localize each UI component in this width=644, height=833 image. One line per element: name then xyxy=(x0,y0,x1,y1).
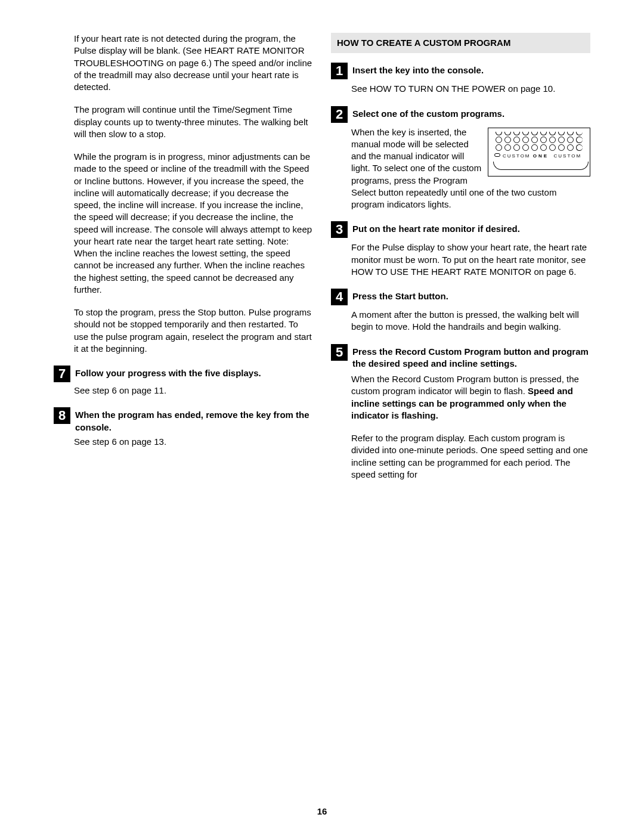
step-number-box: 7 xyxy=(54,366,70,382)
step-number-box: 3 xyxy=(331,221,348,238)
step-2: 2 Select one of the custom programs. xyxy=(331,106,590,123)
console-diagram: CUSTOM ONE CUSTOM xyxy=(488,128,590,176)
step-title: Insert the key into the console. xyxy=(352,63,590,76)
step-number-box: 1 xyxy=(331,63,348,79)
step-title: Follow your progress with the five displ… xyxy=(75,366,313,379)
step-title: Put on the heart rate monitor if desired… xyxy=(352,221,590,235)
step-body-text: When the key is inserted, the manual mod… xyxy=(351,127,481,174)
paragraph: To stop the program, press the Stop butt… xyxy=(74,306,313,355)
right-column: HOW TO CREATE A CUSTOM PROGRAM 1 Insert … xyxy=(331,33,590,491)
step-title: Select one of the custom programs. xyxy=(352,106,590,120)
step-4: 4 Press the Start button. xyxy=(331,289,590,305)
key-icon xyxy=(494,153,500,157)
page-number: 16 xyxy=(0,806,644,817)
step-8: 8 When the program has ended, remove the… xyxy=(54,407,313,433)
step-body: For the Pulse display to show your heart… xyxy=(351,241,590,278)
step-body: A moment after the button is pressed, th… xyxy=(351,309,590,333)
section-header: HOW TO CREATE A CUSTOM PROGRAM xyxy=(331,33,590,53)
step-number-box: 4 xyxy=(331,289,348,305)
step-body-text: programs, press the Program Select butto… xyxy=(351,175,556,210)
step-title: When the program has ended, remove the k… xyxy=(75,407,313,433)
step-body: When the Record Custom Program button is… xyxy=(351,373,590,422)
diagram-labels: CUSTOM ONE CUSTOM xyxy=(492,153,590,160)
step-1: 1 Insert the key into the console. xyxy=(331,63,590,79)
paragraph: While the program is in progress, minor … xyxy=(74,151,313,296)
step-body: Refer to the program display. Each custo… xyxy=(351,432,590,481)
step-body: CUSTOM ONE CUSTOM When the key is insert… xyxy=(351,126,590,211)
step-number-box: 5 xyxy=(331,344,348,361)
paragraph: The program will continue until the Time… xyxy=(74,104,313,140)
label-one: ONE xyxy=(533,153,549,160)
diagram-row xyxy=(492,132,590,135)
step-7: 7 Follow your progress with the five dis… xyxy=(54,366,313,382)
step-body: See step 6 on page 13. xyxy=(74,436,313,448)
page-content: If your heart rate is not detected durin… xyxy=(0,0,644,515)
step-number-box: 8 xyxy=(54,407,70,424)
step-3: 3 Put on the heart rate monitor if desir… xyxy=(331,221,590,238)
label-custom: CUSTOM xyxy=(503,153,531,160)
step-title: Press the Record Custom Program button a… xyxy=(352,344,590,370)
step-title: Press the Start button. xyxy=(352,289,590,302)
step-body: See HOW TO TURN ON THE POWER on page 10. xyxy=(351,83,590,95)
step-body: See step 6 on page 11. xyxy=(74,385,313,397)
label-custom2: CUSTOM xyxy=(554,153,582,160)
diagram-curve xyxy=(493,162,589,170)
paragraph: If your heart rate is not detected durin… xyxy=(74,33,313,93)
step-5: 5 Press the Record Custom Program button… xyxy=(331,344,590,370)
diagram-row xyxy=(492,144,590,151)
step-number-box: 2 xyxy=(331,106,348,123)
diagram-row xyxy=(492,137,590,143)
left-column: If your heart rate is not detected durin… xyxy=(54,33,313,491)
